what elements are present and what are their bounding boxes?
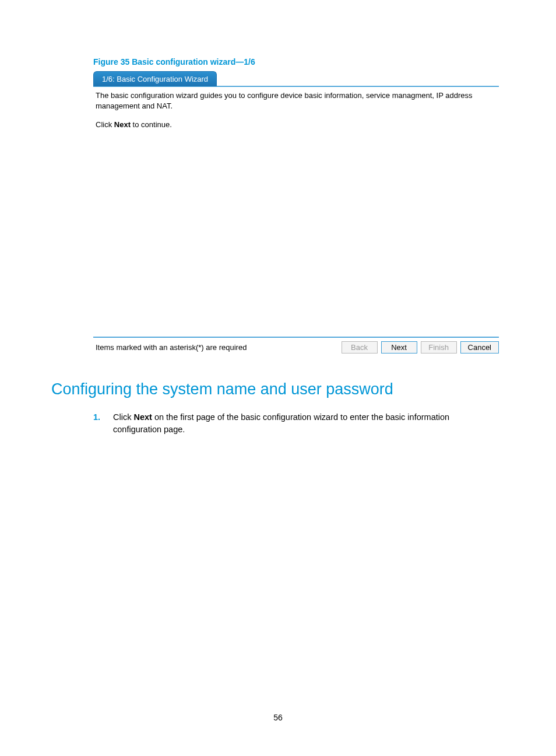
wizard-panel: 1/6: Basic Configuration Wizard The basi… [93,71,499,354]
continue-prefix: Click [96,120,112,129]
step-post: on the first page of the basic configura… [113,412,449,434]
list-item: 1. Click Next on the first page of the b… [93,411,487,436]
back-button: Back [342,341,378,354]
page-number: 56 [0,713,556,722]
wizard-buttons: Back Next Finish Cancel [342,341,499,354]
step-list: 1. Click Next on the first page of the b… [93,411,487,436]
continue-bold: Next [114,120,131,129]
wizard-tab: 1/6: Basic Configuration Wizard [93,71,217,86]
next-button[interactable]: Next [381,341,417,354]
wizard-intro-text: The basic configuration wizard guides yo… [96,90,497,111]
finish-button: Finish [421,341,457,354]
step-pre: Click [113,412,133,422]
step-bold: Next [133,412,152,422]
wizard-footer: Items marked with an asterisk(*) are req… [93,338,499,354]
wizard-continue-text: Click Next to continue. [96,120,497,130]
section-heading: Configuring the system name and user pas… [51,380,505,398]
figure-caption: Figure 35 Basic configuration wizard—1/6 [93,57,505,66]
cancel-button[interactable]: Cancel [460,341,499,354]
wizard-body: The basic configuration wizard guides yo… [93,87,499,334]
continue-suffix: to continue. [133,120,172,129]
step-number: 1. [93,411,103,436]
wizard-footer-note: Items marked with an asterisk(*) are req… [96,343,247,352]
step-text: Click Next on the first page of the basi… [113,411,487,436]
